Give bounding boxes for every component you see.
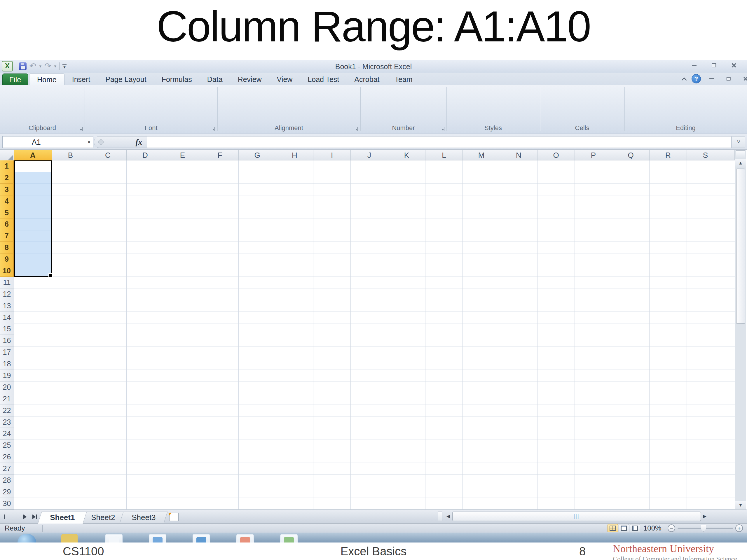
first-sheet-icon[interactable] bbox=[0, 512, 10, 522]
row-header-24[interactable]: 24 bbox=[0, 428, 14, 439]
column-header-b[interactable]: B bbox=[52, 150, 89, 160]
normal-view-button[interactable] bbox=[608, 524, 618, 532]
row-header-20[interactable]: 20 bbox=[0, 381, 14, 393]
vertical-scroll-thumb[interactable] bbox=[736, 168, 745, 324]
customize-qat-icon[interactable]: ▾ bbox=[62, 64, 67, 68]
horizontal-scroll-thumb[interactable]: ||| bbox=[452, 512, 701, 521]
row-header-23[interactable]: 23 bbox=[0, 417, 14, 428]
tab-team[interactable]: Team bbox=[387, 74, 420, 85]
name-box-dropdown-icon[interactable]: ▾ bbox=[88, 139, 90, 145]
tab-file[interactable]: File bbox=[2, 74, 28, 86]
workbook-restore-button[interactable] bbox=[722, 75, 735, 82]
row-header-18[interactable]: 18 bbox=[0, 358, 14, 370]
font-dialog-launcher-icon[interactable] bbox=[211, 127, 215, 131]
column-header-s[interactable]: S bbox=[687, 150, 724, 160]
insert-function-icon[interactable]: fx bbox=[136, 138, 143, 147]
close-button[interactable] bbox=[728, 62, 740, 69]
row-header-29[interactable]: 29 bbox=[0, 486, 14, 498]
row-header-1[interactable]: 1 bbox=[0, 160, 14, 172]
tab-home[interactable]: Home bbox=[29, 74, 65, 85]
row-header-8[interactable]: 8 bbox=[0, 242, 14, 254]
scroll-up-icon[interactable]: ▲ bbox=[735, 159, 746, 167]
tab-acrobat[interactable]: Acrobat bbox=[347, 74, 387, 85]
row-header-22[interactable]: 22 bbox=[0, 405, 14, 417]
workbook-minimize-button[interactable] bbox=[705, 75, 718, 82]
vertical-scrollbar[interactable]: ▲ ▼ bbox=[735, 150, 746, 510]
column-header-m[interactable]: M bbox=[463, 150, 500, 160]
tab-view[interactable]: View bbox=[269, 74, 300, 85]
column-header-o[interactable]: O bbox=[538, 150, 575, 160]
row-header-14[interactable]: 14 bbox=[0, 312, 14, 323]
row-header-11[interactable]: 11 bbox=[0, 277, 14, 289]
formula-input[interactable] bbox=[147, 136, 731, 148]
row-header-10[interactable]: 10 bbox=[0, 265, 14, 277]
row-header-2[interactable]: 2 bbox=[0, 172, 14, 184]
redo-icon[interactable]: ↷ bbox=[44, 62, 51, 70]
tab-page-layout[interactable]: Page Layout bbox=[98, 74, 154, 85]
tab-load-test[interactable]: Load Test bbox=[300, 74, 347, 85]
column-header-a[interactable]: A bbox=[14, 150, 52, 160]
taskbar-app-icon[interactable] bbox=[236, 534, 254, 542]
taskbar-app-icon[interactable] bbox=[192, 534, 210, 542]
sheet-tab-sheet1[interactable]: Sheet1 bbox=[37, 512, 87, 524]
expand-formula-bar-icon[interactable]: ˅ bbox=[732, 136, 745, 148]
taskbar-app-icon[interactable] bbox=[61, 534, 78, 542]
row-header-6[interactable]: 6 bbox=[0, 218, 14, 230]
column-header-f[interactable]: F bbox=[201, 150, 239, 160]
start-orb-icon[interactable] bbox=[18, 534, 36, 542]
column-header-e[interactable]: E bbox=[164, 150, 201, 160]
clipboard-dialog-launcher-icon[interactable] bbox=[78, 127, 83, 131]
column-header-i[interactable]: I bbox=[313, 150, 351, 160]
column-header-partial[interactable] bbox=[724, 150, 735, 160]
column-header-j[interactable]: J bbox=[351, 150, 388, 160]
tab-review[interactable]: Review bbox=[230, 74, 269, 85]
last-sheet-icon[interactable] bbox=[30, 512, 40, 522]
column-header-r[interactable]: R bbox=[649, 150, 687, 160]
insert-worksheet-icon[interactable]: ✦ bbox=[169, 513, 179, 521]
row-header-28[interactable]: 28 bbox=[0, 475, 14, 486]
column-header-n[interactable]: N bbox=[500, 150, 538, 160]
taskbar-app-icon[interactable] bbox=[280, 534, 298, 542]
row-header-21[interactable]: 21 bbox=[0, 393, 14, 405]
restore-button[interactable] bbox=[708, 62, 720, 69]
zoom-slider-thumb[interactable] bbox=[701, 525, 706, 532]
row-header-12[interactable]: 12 bbox=[0, 289, 14, 300]
page-layout-view-button[interactable] bbox=[619, 524, 629, 532]
scroll-left-icon[interactable]: ◀ bbox=[444, 514, 452, 519]
column-header-p[interactable]: P bbox=[575, 150, 612, 160]
row-header-17[interactable]: 17 bbox=[0, 347, 14, 358]
vertical-split-handle[interactable] bbox=[736, 151, 745, 158]
row-header-4[interactable]: 4 bbox=[0, 195, 14, 207]
select-all-corner[interactable] bbox=[0, 150, 14, 161]
undo-dropdown-icon[interactable]: ▾ bbox=[39, 63, 42, 69]
zoom-in-icon[interactable]: + bbox=[735, 525, 743, 532]
number-dialog-launcher-icon[interactable] bbox=[440, 127, 444, 131]
row-header-3[interactable]: 3 bbox=[0, 184, 14, 195]
zoom-level[interactable]: 100% bbox=[643, 524, 661, 532]
alignment-dialog-launcher-icon[interactable] bbox=[354, 127, 358, 131]
next-sheet-icon[interactable] bbox=[20, 512, 30, 522]
column-header-k[interactable]: K bbox=[388, 150, 426, 160]
prev-sheet-icon[interactable] bbox=[10, 512, 20, 522]
row-header-16[interactable]: 16 bbox=[0, 335, 14, 347]
row-header-25[interactable]: 25 bbox=[0, 439, 14, 451]
fill-handle[interactable] bbox=[48, 273, 53, 278]
selection-a1-a10[interactable] bbox=[14, 160, 52, 277]
scroll-right-icon[interactable]: ▶ bbox=[701, 514, 709, 519]
row-header-5[interactable]: 5 bbox=[0, 207, 14, 219]
taskbar-app-icon[interactable] bbox=[105, 534, 123, 542]
horizontal-split-handle[interactable] bbox=[438, 512, 442, 521]
workbook-close-button[interactable] bbox=[740, 75, 747, 82]
row-header-7[interactable]: 7 bbox=[0, 230, 14, 242]
row-header-15[interactable]: 15 bbox=[0, 323, 14, 335]
scroll-down-icon[interactable]: ▼ bbox=[735, 501, 746, 510]
name-box[interactable]: A1 ▾ bbox=[2, 136, 93, 148]
page-break-view-button[interactable] bbox=[630, 524, 640, 532]
column-header-q[interactable]: Q bbox=[612, 150, 649, 160]
save-icon[interactable] bbox=[19, 62, 27, 70]
row-header-9[interactable]: 9 bbox=[0, 254, 14, 265]
row-header-27[interactable]: 27 bbox=[0, 463, 14, 475]
column-header-l[interactable]: L bbox=[426, 150, 463, 160]
row-header-30[interactable]: 30 bbox=[0, 498, 14, 510]
row-header-13[interactable]: 13 bbox=[0, 300, 14, 312]
